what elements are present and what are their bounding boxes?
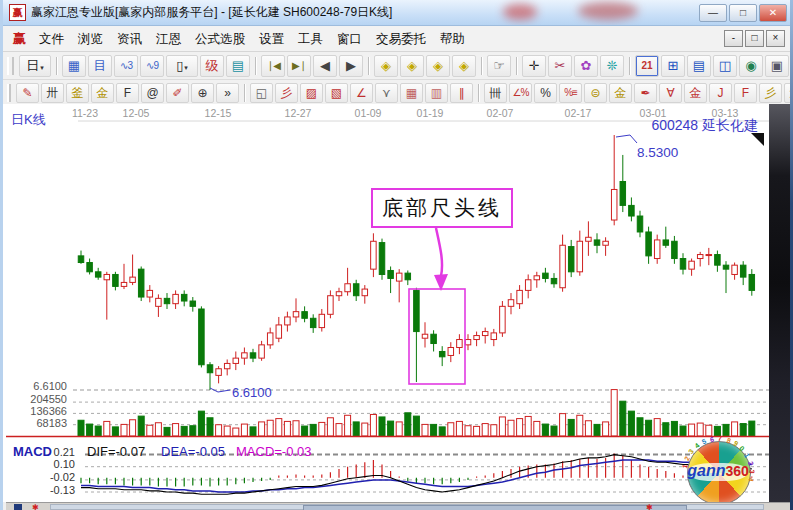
angle-tool-icon[interactable]: ∠ xyxy=(350,83,373,103)
smart-brain-icon[interactable]: ❊ xyxy=(600,55,624,77)
titlebar: 赢 赢家江恩专业版[赢家内部服务平台] - [延长化建 SH600248-79日… xyxy=(3,0,793,26)
first-page-icon[interactable]: ❘◀ xyxy=(261,55,285,77)
calendar-icon[interactable]: 21 xyxy=(635,55,659,77)
golden-ratio-icon[interactable]: 金 xyxy=(91,83,114,103)
more-tools-chevron[interactable]: » xyxy=(216,83,239,103)
calculator-icon[interactable]: ⊞ xyxy=(661,55,685,77)
gann-center-icon[interactable]: ◈ xyxy=(452,55,476,77)
last-page-icon[interactable]: ▶❘ xyxy=(287,55,311,77)
color-chart-icon[interactable]: ▤ xyxy=(226,55,250,77)
scrollbar-thumb[interactable] xyxy=(303,505,687,510)
gold-angle-icon[interactable]: 彡 xyxy=(759,83,782,103)
next-page-icon[interactable]: ▶ xyxy=(339,55,363,77)
toolbar-grip[interactable] xyxy=(7,57,14,75)
desktop-glass-strip xyxy=(769,104,790,502)
j-line-icon[interactable]: J xyxy=(709,83,732,103)
gann-shift-left-icon[interactable]: ◈ xyxy=(374,55,398,77)
date-axis-label: 12-05 xyxy=(123,107,150,119)
toolbar-grip[interactable] xyxy=(7,84,11,102)
gann-expand-icon[interactable]: ◈ xyxy=(426,55,450,77)
status-app-icon[interactable] xyxy=(14,504,22,510)
kline-chart-area[interactable]: 日K线 11-2312-0512-1512-2701-0901-1902-070… xyxy=(3,104,793,502)
gold-line-icon[interactable]: 金 xyxy=(684,83,707,103)
rect-tool-icon[interactable]: ◱ xyxy=(250,83,273,103)
gann-ray-box-icon[interactable]: ▧ xyxy=(325,83,348,103)
gann-shift-right-icon[interactable]: ◈ xyxy=(400,55,424,77)
status-marker-icon[interactable]: ✱ xyxy=(32,504,39,510)
menu-browse[interactable]: 浏览 xyxy=(71,30,110,48)
mdi-minimize-button[interactable]: - xyxy=(724,30,743,47)
gann-fan-box-icon[interactable]: ▨ xyxy=(300,83,323,103)
restore-button[interactable]: □ xyxy=(729,4,757,22)
zigzag-tool-icon[interactable]: ⋎ xyxy=(375,83,398,103)
annotation-callout-box[interactable]: 底部尺头线 xyxy=(371,188,513,228)
menu-formula-stockpick[interactable]: 公式选股 xyxy=(188,30,252,48)
date-axis-label: 02-07 xyxy=(487,107,514,119)
f-line-icon[interactable]: F xyxy=(734,83,757,103)
golden-section-icon[interactable]: 釜 xyxy=(66,83,89,103)
menu-help[interactable]: 帮助 xyxy=(433,30,472,48)
fib-tool-icon[interactable]: F xyxy=(116,83,139,103)
menu-window[interactable]: 窗口 xyxy=(330,30,369,48)
toolbar-separator xyxy=(516,57,517,75)
fan-tool-icon[interactable]: 彡 xyxy=(275,83,298,103)
horizontal-scrollbar: ✱ ✱ xyxy=(6,502,790,510)
scale-tool-icon[interactable]: 卌 xyxy=(484,83,507,103)
wave-9-icon[interactable]: ∿9 xyxy=(140,55,164,77)
toolbar-separator xyxy=(244,84,245,102)
prev-page-icon[interactable]: ◀ xyxy=(313,55,337,77)
spiral-tool-icon[interactable]: @ xyxy=(141,83,164,103)
menu-trade[interactable]: 交易委托 xyxy=(369,30,433,48)
percent-levels-icon[interactable]: %≡ xyxy=(559,83,582,103)
gold-levels-icon[interactable]: 金 xyxy=(609,83,632,103)
scroll-marker-icon[interactable]: ✱ xyxy=(646,504,653,510)
candle-style-icon[interactable]: ▯▾ xyxy=(166,55,198,77)
price-axis-low-label: 6.6100 xyxy=(15,380,67,392)
flag-pen-icon[interactable]: ✒ xyxy=(634,83,657,103)
export-disk-icon[interactable]: ◉ xyxy=(739,55,763,77)
date-axis-label: 12-15 xyxy=(205,107,232,119)
scrollbar-track[interactable] xyxy=(50,504,764,510)
mdi-close-button[interactable]: × xyxy=(766,30,785,47)
macd-scale-label: -0.02 xyxy=(41,471,75,483)
percent-angle-icon[interactable]: ∠% xyxy=(509,83,532,103)
double-top-icon[interactable]: ∀ xyxy=(659,83,682,103)
window-layout-icon[interactable]: ▦ xyxy=(62,55,86,77)
toolbar-drawing: ✎卅釜金F@✐⊕»◱彡▨▧∠⋎▦▥∥卌∠%%%≡⊜金✒∀金JF彡速赢四 xyxy=(3,80,793,106)
gann360-text: gann xyxy=(687,462,725,479)
draw-brush-icon[interactable]: ✎ xyxy=(16,83,39,103)
save-icon[interactable]: ◫ xyxy=(713,55,737,77)
gann-ruler-icon[interactable]: 卅 xyxy=(41,83,64,103)
info-panel-icon[interactable]: 目 xyxy=(88,55,112,77)
menu-news[interactable]: 资讯 xyxy=(110,30,149,48)
trade-terminal-icon[interactable]: ▣ xyxy=(765,55,789,77)
quote-list-icon[interactable]: ▤ xyxy=(687,55,711,77)
gann-level-icon[interactable]: 级 xyxy=(200,55,224,77)
menu-tools[interactable]: 工具 xyxy=(291,30,330,48)
grid-tool-icon[interactable]: ▦ xyxy=(400,83,423,103)
menu-file[interactable]: 文件 xyxy=(32,30,71,48)
hand-tool-icon[interactable]: ☞ xyxy=(487,55,511,77)
mdi-restore-button[interactable]: □ xyxy=(745,30,764,47)
gift-icon[interactable]: ✿ xyxy=(574,55,598,77)
cut-icon[interactable]: ✂ xyxy=(548,55,572,77)
cycle-tool-icon[interactable]: ⊕ xyxy=(191,83,214,103)
wave-3-icon[interactable]: ∿3 xyxy=(114,55,138,77)
window-title: 赢家江恩专业版[赢家内部服务平台] - [延长化建 SH600248-79日K线… xyxy=(31,4,392,21)
macd-dif-value: DIF=-0.07 xyxy=(87,444,145,459)
crosshair-icon[interactable]: ✛ xyxy=(522,55,546,77)
measure-pen-icon[interactable]: ✐ xyxy=(166,83,189,103)
minimize-button[interactable]: — xyxy=(699,4,727,22)
grid2-tool-icon[interactable]: ▥ xyxy=(425,83,448,103)
kline-chart-canvas[interactable] xyxy=(3,104,793,502)
percent-tool-icon[interactable]: % xyxy=(534,83,557,103)
period-selector[interactable]: 日▾ xyxy=(19,55,51,77)
gann360-number: 360 xyxy=(725,463,748,479)
date-axis-label: 12-27 xyxy=(285,107,312,119)
toolbar-separator xyxy=(629,57,630,75)
menu-settings[interactable]: 设置 xyxy=(252,30,291,48)
gold-circle-icon[interactable]: ⊜ xyxy=(584,83,607,103)
menu-gann[interactable]: 江恩 xyxy=(149,30,188,48)
close-button[interactable]: ✕ xyxy=(759,4,787,22)
channel-tool-icon[interactable]: ∥ xyxy=(450,83,473,103)
